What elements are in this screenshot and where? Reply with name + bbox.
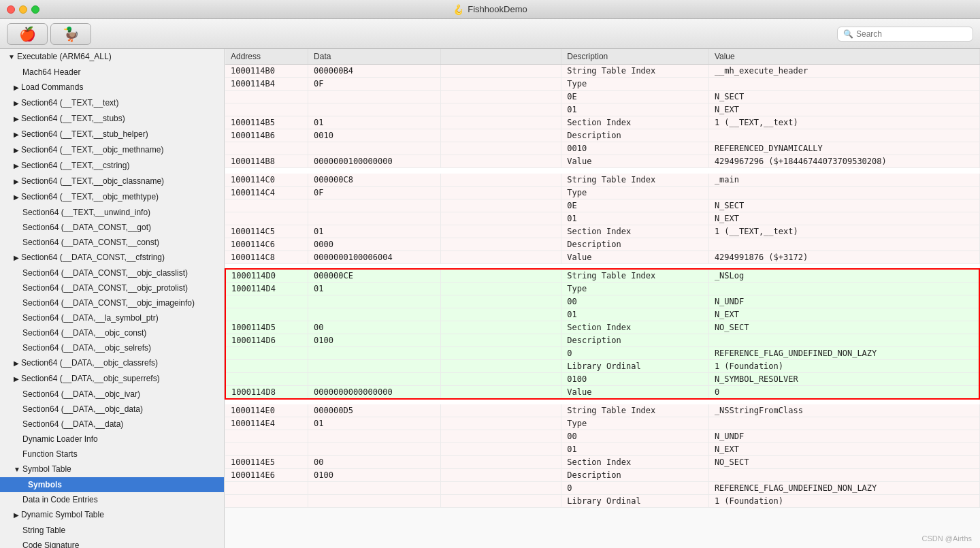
table-cell	[441, 103, 561, 116]
toolbar-btn-2-icon: 🦆	[63, 26, 80, 42]
table-cell: Section Index	[561, 456, 709, 469]
sidebar-item-section64-data-const-objc-protolist[interactable]: Section64 (__DATA_CONST,__objc_protolist…	[0, 280, 224, 295]
sidebar-item-label: Section64 (__TEXT,__objc_classname)	[21, 176, 164, 186]
sidebar-item-label: Dynamic Symbol Table	[21, 510, 104, 519]
table-cell: REFERENCE_FLAG_UNDEFINED_NON_LAZY	[708, 482, 979, 495]
sidebar-item-symbols[interactable]: Symbols	[0, 477, 224, 492]
table-cell: 01	[561, 103, 709, 116]
table-cell: __mh_execute_header	[708, 65, 979, 78]
table-cell	[225, 443, 308, 456]
tree-arrow: ▶	[14, 357, 19, 370]
table-cell	[441, 469, 561, 482]
sidebar-item-section64-text-unwind-info[interactable]: Section64 (__TEXT,__unwind_info)	[0, 205, 224, 220]
sidebar-item-section64-text-stub-helper[interactable]: ▶Section64 (__TEXT,__stub_helper)	[0, 127, 224, 142]
sidebar-item-symbol-table[interactable]: ▼Symbol Table	[0, 462, 224, 477]
table-cell: 000000D5	[308, 404, 441, 417]
sidebar-item-section64-data-const-objc-imageinfo[interactable]: Section64 (__DATA_CONST,__objc_imageinfo…	[0, 295, 224, 310]
sidebar-item-section64-text-objc-classname[interactable]: ▶Section64 (__TEXT,__objc_classname)	[0, 174, 224, 189]
table-cell	[441, 404, 561, 417]
table-row: 01N_EXT	[225, 443, 979, 456]
sidebar-item-section64-text-text[interactable]: ▶Section64 (__TEXT,__text)	[0, 95, 224, 111]
sidebar-item-section64-text-objc-methtype[interactable]: ▶Section64 (__TEXT,__objc_methtype)	[0, 189, 224, 205]
sidebar-item-label: Section64 (__TEXT,__stub_helper)	[21, 129, 148, 139]
table-cell	[225, 308, 308, 321]
toolbar-btn-2[interactable]: 🦆	[50, 23, 91, 45]
sidebar-item-section64-data-objc-data[interactable]: Section64 (__DATA,__objc_data)	[0, 402, 224, 417]
table-cell	[225, 430, 308, 443]
table-cell	[225, 399, 308, 404]
sidebar-item-label: Section64 (__TEXT,__text)	[21, 98, 118, 108]
table-row: 01N_EXT	[225, 212, 979, 225]
table-row	[225, 263, 979, 269]
close-button[interactable]	[7, 5, 15, 14]
table-cell: 4294967296 ($+18446744073709530208)	[708, 155, 979, 168]
sidebar-item-section64-data-objc-ivar[interactable]: Section64 (__DATA,__objc_ivar)	[0, 387, 224, 402]
table-cell: 0F	[308, 186, 441, 199]
sidebar-item-section64-data-const-cfstring[interactable]: ▶Section64 (__DATA_CONST,__cfstring)	[0, 250, 224, 265]
table-cell	[441, 225, 561, 238]
sidebar-item-section64-text-objc-methname[interactable]: ▶Section64 (__TEXT,__objc_methname)	[0, 142, 224, 158]
sidebar-item-function-starts[interactable]: Function Starts	[0, 447, 224, 462]
sidebar-item-section64-data-data[interactable]: Section64 (__DATA,__data)	[0, 417, 224, 432]
sidebar-item-section64-data-objc-selrefs[interactable]: Section64 (__DATA,__objc_selrefs)	[0, 340, 224, 355]
table-cell	[308, 168, 441, 174]
table-row: 1000114C501Section Index1 (__TEXT,__text…	[225, 225, 979, 238]
sidebar-item-executable[interactable]: ▼Executable (ARM64_ALL)	[0, 49, 224, 65]
table-cell: N_SECT	[708, 199, 979, 212]
col-data: Data	[308, 49, 441, 65]
window-controls	[7, 5, 39, 14]
table-cell: _NSLog	[708, 269, 979, 283]
table-cell: 1000114E0	[225, 404, 308, 417]
table-cell	[225, 91, 308, 103]
sidebar-item-section64-text-cstring[interactable]: ▶Section64 (__TEXT,__cstring)	[0, 158, 224, 174]
sidebar-item-section64-data-const-const[interactable]: Section64 (__DATA_CONST,__const)	[0, 235, 224, 250]
table-row: 1000114C40FType	[225, 186, 979, 199]
sidebar-item-section64-text-stubs[interactable]: ▶Section64 (__TEXT,__stubs)	[0, 111, 224, 127]
sidebar-item-data-in-code-entries[interactable]: Data in Code Entries	[0, 492, 224, 507]
sidebar-item-load-commands[interactable]: ▶Load Commands	[0, 80, 224, 95]
table-row: 1000114B0000000B4String Table Index__mh_…	[225, 65, 979, 78]
sidebar-item-string-table[interactable]: String Table	[0, 523, 224, 538]
table-cell: _NSStringFromClass	[708, 404, 979, 417]
tree-arrow: ▼	[8, 51, 15, 63]
table-cell: 000000CE	[308, 269, 441, 283]
col-components	[441, 49, 561, 65]
sidebar-item-label: Symbols	[28, 480, 62, 489]
window-title: 🪝 FishhookDemo	[453, 4, 527, 15]
tree-arrow: ▶	[14, 113, 19, 125]
maximize-button[interactable]	[31, 5, 39, 14]
table-cell: Type	[561, 417, 709, 430]
table-cell: 1 (__TEXT,__text)	[708, 116, 979, 129]
table-cell: Value	[561, 155, 709, 168]
table-cell	[308, 399, 441, 404]
table-cell	[308, 103, 441, 116]
table-cell: Library Ordinal	[561, 495, 709, 508]
table-cell: REFERENCE_FLAG_UNDEFINED_NON_LAZY	[708, 347, 979, 360]
search-input[interactable]	[856, 29, 967, 39]
table-cell: 01	[308, 283, 441, 295]
content-area: Address Data Description Value 1000114B0…	[225, 49, 980, 548]
sidebar-item-code-signature[interactable]: Code Signature	[0, 538, 224, 548]
sidebar-item-mach64-header[interactable]: Mach64 Header	[0, 65, 224, 80]
table-cell: String Table Index	[561, 65, 709, 78]
minimize-button[interactable]	[19, 5, 27, 14]
table-row: 01N_EXT	[225, 308, 979, 321]
toolbar-btn-1[interactable]: 🍎	[7, 23, 48, 45]
table-cell	[441, 155, 561, 168]
sidebar-item-section64-data-got[interactable]: Section64 (__DATA_CONST,__got)	[0, 220, 224, 235]
sidebar-item-dynamic-symbol-table[interactable]: ▶Dynamic Symbol Table	[0, 507, 224, 523]
table-cell	[561, 168, 709, 174]
sidebar-item-section64-data-const-objc-classlist[interactable]: Section64 (__DATA_CONST,__objc_classlist…	[0, 265, 224, 280]
sidebar-item-section64-data-objc-classrefs[interactable]: ▶Section64 (__DATA,__objc_classrefs)	[0, 355, 224, 371]
sidebar-item-section64-data-la-symbol-ptr[interactable]: Section64 (__DATA,__la_symbol_ptr)	[0, 310, 224, 325]
sidebar-item-dynamic-loader-info[interactable]: Dynamic Loader Info	[0, 432, 224, 447]
table-cell	[308, 142, 441, 155]
table-cell	[308, 430, 441, 443]
table-row	[225, 168, 979, 174]
sidebar-item-label: Section64 (__TEXT,__unwind_info)	[22, 208, 150, 217]
sidebar-item-section64-data-objc-superrefs[interactable]: ▶Section64 (__DATA,__objc_superrefs)	[0, 371, 224, 387]
table-row: 0EN_SECT	[225, 91, 979, 103]
table-cell	[308, 295, 441, 308]
sidebar-item-label: Section64 (__DATA,__data)	[22, 419, 123, 429]
sidebar-item-section64-data-objc-const[interactable]: Section64 (__DATA,__objc_const)	[0, 325, 224, 340]
